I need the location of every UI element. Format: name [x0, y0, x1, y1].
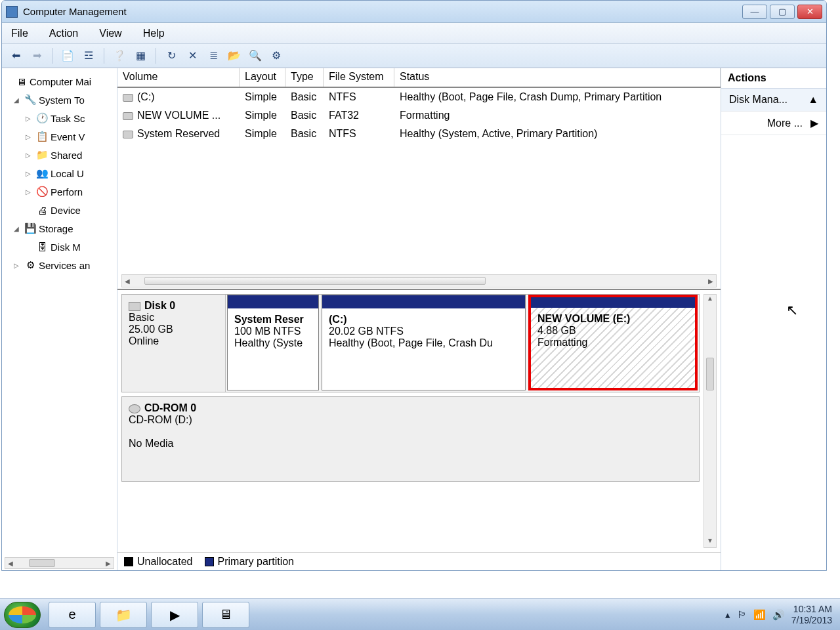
taskbar-ie[interactable]: e: [49, 602, 96, 628]
refresh-button[interactable]: ↻: [163, 47, 180, 64]
menu-view[interactable]: View: [99, 28, 121, 39]
tree-shared[interactable]: Shared: [51, 150, 82, 161]
show-hide-tree-button[interactable]: ☲: [80, 47, 97, 64]
toolbar: ⬅ ➡ 📄 ☲ ❔ ▦ ↻ ✕ ≣ 📂 🔍 ⚙: [2, 44, 826, 68]
tree-services[interactable]: Services an: [39, 260, 90, 271]
tray-up-icon[interactable]: ▴: [725, 609, 730, 621]
config-button[interactable]: ⚙: [268, 47, 285, 64]
volume-row[interactable]: System Reserved Simple Basic NTFS Health…: [117, 125, 721, 143]
start-button[interactable]: [4, 602, 41, 628]
nav-tree[interactable]: 🖥Computer Mai ◢🔧System To ▷🕐Task Sc ▷📋Ev…: [2, 68, 117, 570]
taskbar-mediaplayer[interactable]: ▶: [151, 602, 198, 628]
menu-action[interactable]: Action: [49, 28, 78, 39]
partition-c[interactable]: (C:)20.02 GB NTFSHealthy (Boot, Page Fil…: [322, 295, 526, 390]
actions-disk-management[interactable]: Disk Mana...▲: [721, 89, 826, 112]
collapse-icon: ▲: [808, 94, 818, 106]
menubar: File Action View Help: [2, 23, 826, 44]
volume-list-header[interactable]: Volume Layout Type File System Status: [117, 68, 721, 88]
menu-help[interactable]: Help: [143, 28, 165, 39]
col-status[interactable]: Status: [394, 68, 721, 87]
col-type[interactable]: Type: [285, 68, 324, 87]
maximize-button[interactable]: ▢: [770, 5, 795, 19]
volume-row[interactable]: (C:) Simple Basic NTFS Healthy (Boot, Pa…: [117, 88, 721, 106]
actions-more[interactable]: More ...▶: [721, 112, 826, 135]
drive-icon: [123, 112, 133, 120]
drive-icon: [123, 94, 133, 102]
delete-button[interactable]: ✕: [184, 47, 201, 64]
app-icon: [6, 6, 18, 18]
volume-list[interactable]: (C:) Simple Basic NTFS Healthy (Boot, Pa…: [117, 88, 721, 272]
tray-volume-icon[interactable]: 🔊: [772, 609, 785, 621]
titlebar[interactable]: Computer Management — ▢ ✕: [2, 1, 826, 23]
app-window: Computer Management — ▢ ✕ File Action Vi…: [1, 0, 827, 571]
tree-storage[interactable]: Storage: [39, 223, 74, 234]
center-pane: Volume Layout Type File System Status (C…: [117, 68, 721, 570]
tree-event[interactable]: Event V: [51, 131, 85, 142]
disk-map: Disk 0 Basic 25.00 GB Online System Rese…: [117, 289, 721, 552]
settings-button[interactable]: ≣: [205, 47, 222, 64]
col-filesystem[interactable]: File System: [324, 68, 394, 87]
tray-clock[interactable]: 10:31 AM 7/19/2013: [791, 604, 832, 625]
minimize-button[interactable]: —: [742, 5, 767, 19]
back-button[interactable]: ⬅: [7, 47, 24, 64]
tree-task[interactable]: Task Sc: [51, 113, 85, 124]
nav-hscrollbar[interactable]: ◀▶: [5, 557, 114, 569]
close-button[interactable]: ✕: [797, 5, 822, 19]
tray-flag-icon[interactable]: 🏳: [737, 609, 747, 620]
system-tray[interactable]: ▴ 🏳 📶 🔊 10:31 AM 7/19/2013: [725, 604, 840, 625]
legend: Unallocated Primary partition: [117, 552, 721, 570]
drive-icon: [123, 131, 133, 138]
col-volume[interactable]: Volume: [117, 68, 240, 87]
menu-file[interactable]: File: [11, 28, 28, 39]
taskbar[interactable]: e 📁 ▶ 🖥 ▴ 🏳 📶 🔊 10:31 AM 7/19/2013: [0, 598, 840, 630]
disk-row-disk0[interactable]: Disk 0 Basic 25.00 GB Online System Rese…: [121, 294, 700, 392]
tree-root[interactable]: Computer Mai: [30, 76, 91, 87]
open-button[interactable]: 📂: [226, 47, 243, 64]
window-title: Computer Management: [23, 6, 737, 17]
col-layout[interactable]: Layout: [240, 68, 285, 87]
legend-swatch-primary: [205, 557, 214, 566]
chevron-right-icon: ▶: [810, 117, 818, 129]
tray-network-icon[interactable]: 📶: [753, 609, 766, 621]
help-button[interactable]: ❔: [111, 47, 128, 64]
props-button[interactable]: ▦: [132, 47, 149, 64]
find-button[interactable]: 🔍: [247, 47, 264, 64]
disk-row-cdrom0[interactable]: CD-ROM 0 CD-ROM (D:) No Media: [121, 396, 700, 482]
disk-icon: [129, 302, 140, 311]
partition-system-reserved[interactable]: System Reser100 MB NTFSHealthy (Syste: [227, 295, 319, 390]
tree-diskmgmt[interactable]: Disk M: [51, 242, 81, 253]
tree-perf[interactable]: Perforn: [51, 186, 83, 198]
tree-systools[interactable]: System To: [39, 94, 85, 106]
up-button[interactable]: 📄: [59, 47, 76, 64]
volume-hscrollbar[interactable]: ◀▶: [121, 274, 717, 287]
partition-new-volume-e[interactable]: NEW VOLUME (E:)4.88 GBFormatting: [528, 295, 698, 390]
diskmap-vscrollbar[interactable]: ▲▼: [704, 294, 717, 548]
taskbar-explorer[interactable]: 📁: [100, 602, 147, 628]
tree-device[interactable]: Device: [51, 205, 81, 216]
volume-row[interactable]: NEW VOLUME ... Simple Basic FAT32 Format…: [117, 106, 721, 125]
taskbar-compmgmt[interactable]: 🖥: [202, 602, 249, 628]
tree-localusers[interactable]: Local U: [51, 168, 84, 179]
actions-header: Actions: [721, 68, 826, 89]
cdrom-icon: [129, 404, 140, 413]
forward-button[interactable]: ➡: [28, 47, 45, 64]
legend-swatch-unallocated: [124, 557, 133, 566]
actions-pane: Actions Disk Mana...▲ More ...▶: [721, 68, 826, 570]
